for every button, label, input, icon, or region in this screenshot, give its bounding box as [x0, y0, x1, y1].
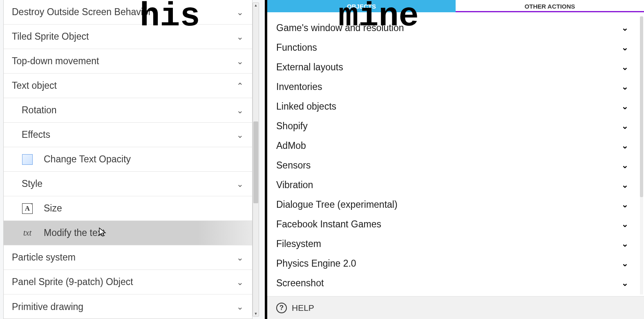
category-label: Screenshot	[267, 278, 622, 289]
text-icon: txt	[22, 227, 33, 239]
tree-leaf-change-opacity[interactable]: Change Text Opacity	[4, 147, 252, 172]
tree-leaf-modify-text[interactable]: txt Modify the text	[4, 221, 252, 245]
tree-label: Text object	[4, 74, 228, 98]
chevron-down-icon[interactable]: ⌄	[228, 302, 252, 312]
category-label: Functions	[267, 42, 622, 53]
tree-row-particle[interactable]: Particle system ⌄	[4, 245, 252, 270]
chevron-down-icon[interactable]: ⌄	[228, 277, 252, 287]
chevron-down-icon[interactable]: ⌄	[622, 200, 628, 209]
leaf-label: Modify the text	[44, 221, 105, 245]
scrollbar-thumb[interactable]	[253, 121, 258, 203]
tree-row-rotation[interactable]: Rotation ⌄	[4, 98, 252, 123]
chevron-down-icon[interactable]: ⌄	[622, 278, 628, 288]
category-label: Shopify	[267, 121, 622, 132]
chevron-down-icon[interactable]: ⌄	[228, 32, 252, 42]
scroll-down-icon[interactable]: ▼	[253, 311, 258, 316]
category-row-vibration[interactable]: Vibration ⌄	[267, 175, 644, 195]
chevron-down-icon[interactable]: ⌄	[622, 62, 628, 72]
category-row-sensors[interactable]: Sensors ⌄	[267, 155, 644, 175]
category-row-dialogue-tree[interactable]: Dialogue Tree (experimental) ⌄	[267, 195, 644, 214]
chevron-down-icon[interactable]: ⌄	[228, 106, 252, 115]
help-label: HELP	[292, 303, 314, 313]
category-label: Physics Engine 2.0	[267, 258, 622, 269]
tab-label: OBJECTS	[347, 3, 376, 10]
category-row-screenshot[interactable]: Screenshot ⌄	[267, 273, 644, 293]
category-row-functions[interactable]: Functions ⌄	[267, 38, 644, 57]
tree-label: Destroy Outside Screen Behavior	[4, 0, 228, 24]
category-row-window-resolution[interactable]: Game's window and resolution ⌄	[267, 18, 644, 38]
category-label: Inventories	[267, 81, 622, 92]
category-label: Filesystem	[267, 238, 622, 249]
tree-label: Effects	[4, 123, 228, 147]
left-scrollbar[interactable]: ▲ ▼	[253, 2, 259, 317]
category-label: Vibration	[267, 180, 622, 191]
tree-row-tiled-sprite[interactable]: Tiled Sprite Object ⌄	[4, 25, 252, 49]
chevron-down-icon[interactable]: ⌄	[622, 23, 628, 33]
tree-label: Tiled Sprite Object	[4, 25, 228, 49]
category-row-admob[interactable]: AdMob ⌄	[267, 136, 644, 155]
tree-label: Rotation	[4, 98, 228, 122]
chevron-down-icon[interactable]: ⌄	[622, 121, 628, 131]
category-row-shopify[interactable]: Shopify ⌄	[267, 116, 644, 136]
opacity-icon	[22, 154, 33, 165]
chevron-down-icon[interactable]: ⌄	[622, 141, 628, 151]
action-tree: Destroy Outside Screen Behavior ⌄ Tiled …	[3, 0, 253, 319]
chevron-down-icon[interactable]: ⌄	[622, 43, 628, 52]
category-row-filesystem[interactable]: Filesystem ⌄	[267, 234, 644, 254]
chevron-down-icon[interactable]: ⌄	[622, 180, 628, 190]
font-size-icon: A	[22, 203, 33, 214]
category-label: Game's window and resolution	[267, 22, 622, 34]
left-pane: Destroy Outside Screen Behavior ⌄ Tiled …	[0, 0, 267, 319]
tree-leaf-size[interactable]: A Size	[4, 196, 252, 221]
category-label: AdMob	[267, 140, 622, 151]
chevron-down-icon[interactable]: ⌄	[622, 219, 628, 229]
chevron-down-icon[interactable]: ⌄	[622, 239, 628, 249]
tree-row-destroy-outside[interactable]: Destroy Outside Screen Behavior ⌄	[4, 0, 252, 25]
tree-row-panel-sprite[interactable]: Panel Sprite (9-patch) Object ⌄	[4, 270, 252, 294]
leaf-label: Size	[44, 196, 62, 220]
tabs-bar: OBJECTS OTHER ACTIONS	[267, 0, 644, 12]
tree-label: Style	[4, 172, 228, 196]
scrollbar-thumb[interactable]	[640, 16, 643, 197]
tab-other-actions[interactable]: OTHER ACTIONS	[456, 0, 644, 12]
tree-row-primitive-drawing[interactable]: Primitive drawing ⌄	[4, 294, 252, 319]
category-label: Linked objects	[267, 101, 622, 112]
category-label: Facebook Instant Games	[267, 219, 622, 230]
category-label: External layouts	[267, 62, 622, 73]
tree-row-text-object[interactable]: Text object ⌃	[4, 74, 252, 98]
chevron-up-icon[interactable]: ⌃	[228, 81, 252, 91]
tab-label: OTHER ACTIONS	[525, 3, 575, 10]
chevron-down-icon[interactable]: ⌄	[228, 253, 252, 263]
tree-label: Panel Sprite (9-patch) Object	[4, 270, 228, 294]
category-row-linked-objects[interactable]: Linked objects ⌄	[267, 97, 644, 116]
category-label: Dialogue Tree (experimental)	[267, 199, 622, 210]
tab-objects[interactable]: OBJECTS	[267, 0, 456, 12]
category-label: Sensors	[267, 160, 622, 171]
category-row-inventories[interactable]: Inventories ⌄	[267, 77, 644, 97]
tree-row-style[interactable]: Style ⌄	[4, 172, 252, 196]
right-scrollbar[interactable]	[640, 16, 643, 294]
chevron-down-icon[interactable]: ⌄	[622, 160, 628, 170]
chevron-down-icon[interactable]: ⌄	[228, 130, 252, 140]
leaf-label: Change Text Opacity	[44, 147, 131, 171]
scroll-up-icon[interactable]: ▲	[253, 3, 258, 8]
category-row-physics-engine[interactable]: Physics Engine 2.0 ⌄	[267, 254, 644, 273]
category-row-external-layouts[interactable]: External layouts ⌄	[267, 57, 644, 77]
chevron-down-icon[interactable]: ⌄	[228, 179, 252, 189]
chevron-down-icon[interactable]: ⌄	[622, 101, 628, 111]
category-row-facebook-instant[interactable]: Facebook Instant Games ⌄	[267, 214, 644, 234]
chevron-down-icon[interactable]: ⌄	[622, 258, 628, 268]
right-pane: OBJECTS OTHER ACTIONS Game's window and …	[267, 0, 644, 319]
help-bar[interactable]: ? HELP	[267, 296, 644, 319]
tree-row-effects[interactable]: Effects ⌄	[4, 123, 252, 147]
tree-row-top-down[interactable]: Top-down movement ⌄	[4, 49, 252, 74]
chevron-down-icon[interactable]: ⌄	[228, 56, 252, 66]
chevron-down-icon[interactable]: ⌄	[622, 82, 628, 92]
help-icon: ?	[276, 303, 287, 313]
tree-label: Primitive drawing	[4, 295, 228, 319]
category-list: Game's window and resolution ⌄ Functions…	[267, 12, 644, 296]
tree-label: Particle system	[4, 245, 228, 270]
chevron-down-icon[interactable]: ⌄	[228, 7, 252, 17]
tree-label: Top-down movement	[4, 49, 228, 73]
